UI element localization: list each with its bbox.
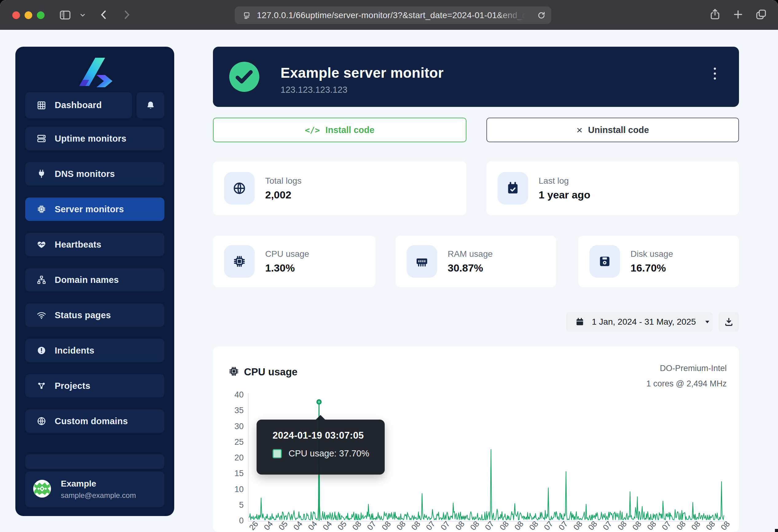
back-icon[interactable] <box>98 9 110 21</box>
minimize-window-button[interactable] <box>24 11 32 19</box>
tab-overview-icon[interactable] <box>755 8 768 21</box>
corner-fragment <box>775 529 778 532</box>
chart-tooltip: 2024-01-19 03:07:05 CPU usage: 37.70% <box>256 420 385 474</box>
stat-value: 16.70% <box>630 262 673 274</box>
profile-email: sample@example.com <box>61 491 136 500</box>
zoom-window-button[interactable] <box>37 11 45 19</box>
status-check-icon <box>229 62 259 93</box>
monitor-header-card: Example server monitor 123.123.123.123 <box>213 47 739 107</box>
stat-card-cpu-usage: CPU usage1.30% <box>213 236 376 287</box>
stat-label: Total logs <box>265 176 301 186</box>
svg-text:10: 10 <box>234 485 244 494</box>
sidebar-item-server-monitors[interactable]: Server monitors <box>25 197 164 221</box>
code-icon: </> <box>305 125 320 135</box>
sidebar-item-custom-domains[interactable]: Custom domains <box>25 410 164 433</box>
alert-icon <box>36 345 47 356</box>
monitor-ip: 123.123.123.123 <box>281 85 444 95</box>
caret-down-icon <box>704 319 711 325</box>
sidebar: Dashboard Uptime monitorsDNS monitorsSer… <box>15 47 174 516</box>
stat-value: 30.87% <box>448 262 492 274</box>
download-button[interactable] <box>718 312 739 332</box>
globe-icon <box>36 416 47 426</box>
chevron-down-icon[interactable] <box>79 12 86 18</box>
sidebar-item-domain-names[interactable]: Domain names <box>25 268 164 291</box>
sidebar-item-status-pages[interactable]: Status pages <box>25 303 164 327</box>
heartbeat-icon <box>36 239 47 250</box>
stat-card-ram-usage: RAM usage30.87% <box>395 236 556 287</box>
calendar-icon <box>575 317 585 327</box>
bell-icon <box>145 100 156 110</box>
app-logo <box>73 58 116 91</box>
sidebar-item-uptime-monitors[interactable]: Uptime monitors <box>25 127 164 150</box>
stat-label: CPU usage <box>265 249 309 259</box>
sidebar-item-label: Heartbeats <box>55 240 101 250</box>
chart-title: CPU usage <box>244 366 297 378</box>
profile-card[interactable]: Example sample@example.com <box>25 471 164 507</box>
server-stack-icon <box>36 133 47 144</box>
stat-value: 1.30% <box>265 262 309 274</box>
sidebar-item-incidents[interactable]: Incidents <box>25 339 164 362</box>
svg-text:35: 35 <box>234 406 244 415</box>
sidebar-item-dns-monitors[interactable]: DNS monitors <box>25 162 164 185</box>
sidebar-item-projects[interactable]: Projects <box>25 374 164 397</box>
sidebar-item-label: Status pages <box>55 310 111 320</box>
share-icon[interactable] <box>709 8 721 21</box>
url-text: 127.0.0.1/66uptime/server-monitor/3?&sta… <box>257 10 532 20</box>
sidebar-item-label: Projects <box>55 381 90 391</box>
forward-icon[interactable] <box>121 9 133 21</box>
stat-value: 1 year ago <box>539 189 590 201</box>
svg-text:25: 25 <box>234 437 244 447</box>
avatar <box>33 480 51 499</box>
plug-icon <box>36 169 47 179</box>
stat-card-total-logs: Total logs2,002 <box>213 161 466 215</box>
cpu-icon <box>228 365 240 378</box>
sidebar-item-label: Domain names <box>55 275 119 285</box>
grid-icon <box>36 100 47 110</box>
svg-text:40: 40 <box>234 390 244 399</box>
cpu-icon <box>224 245 255 278</box>
install-code-button[interactable]: </> Install code <box>213 118 466 142</box>
svg-text:5: 5 <box>239 500 244 510</box>
disk-icon <box>589 245 620 278</box>
sidebar-item-label: Uptime monitors <box>55 134 126 144</box>
svg-text:20: 20 <box>234 453 244 462</box>
globe-icon <box>224 172 255 204</box>
browser-window: 127.0.0.1/66uptime/server-monitor/3?&sta… <box>0 0 778 532</box>
sitemap-icon <box>36 275 47 285</box>
sidebar-item-heartbeats[interactable]: Heartbeats <box>25 233 164 256</box>
sidebar-item-label: DNS monitors <box>55 169 115 179</box>
sidebar-item-partial[interactable] <box>25 454 164 469</box>
browser-chrome: 127.0.0.1/66uptime/server-monitor/3?&sta… <box>0 0 778 30</box>
stat-card-last-log: Last log1 year ago <box>486 161 739 215</box>
reload-icon[interactable] <box>537 10 546 20</box>
nodes-icon <box>36 380 47 391</box>
sidebar-item-label: Custom domains <box>55 416 128 426</box>
uninstall-code-button[interactable]: × Uninstall code <box>486 118 739 142</box>
address-bar[interactable]: 127.0.0.1/66uptime/server-monitor/3?&sta… <box>235 6 551 24</box>
page-proxy-icon <box>242 11 251 20</box>
kebab-menu-icon[interactable] <box>711 65 719 83</box>
svg-text:0: 0 <box>239 516 244 525</box>
cpu-icon <box>36 204 47 214</box>
close-window-button[interactable] <box>12 11 20 19</box>
notifications-button[interactable] <box>137 92 164 118</box>
profile-name: Example <box>61 479 136 489</box>
stat-label: RAM usage <box>448 249 492 259</box>
server-type: DO-Premium-Intel <box>646 361 727 376</box>
sidebar-item-dashboard[interactable]: Dashboard <box>25 92 132 118</box>
tooltip-timestamp: 2024-01-19 03:07:05 <box>273 430 385 441</box>
date-range-label: 1 Jan, 2024 - 31 May, 2025 <box>592 317 696 327</box>
monitor-title: Example server monitor <box>281 65 444 81</box>
svg-text:15: 15 <box>234 469 244 478</box>
new-tab-icon[interactable] <box>732 8 744 21</box>
sidebar-item-label: Incidents <box>55 346 94 356</box>
calendar-check-icon <box>497 172 528 204</box>
svg-text:30: 30 <box>234 422 244 431</box>
stat-label: Disk usage <box>630 249 673 259</box>
download-icon <box>724 317 734 327</box>
ram-icon <box>406 245 437 278</box>
stat-card-disk-usage: Disk usage16.70% <box>578 236 739 287</box>
stat-value: 2,002 <box>265 189 301 201</box>
date-range-picker[interactable]: 1 Jan, 2024 - 31 May, 2025 <box>566 312 713 332</box>
sidebar-toggle-icon[interactable] <box>58 8 72 22</box>
